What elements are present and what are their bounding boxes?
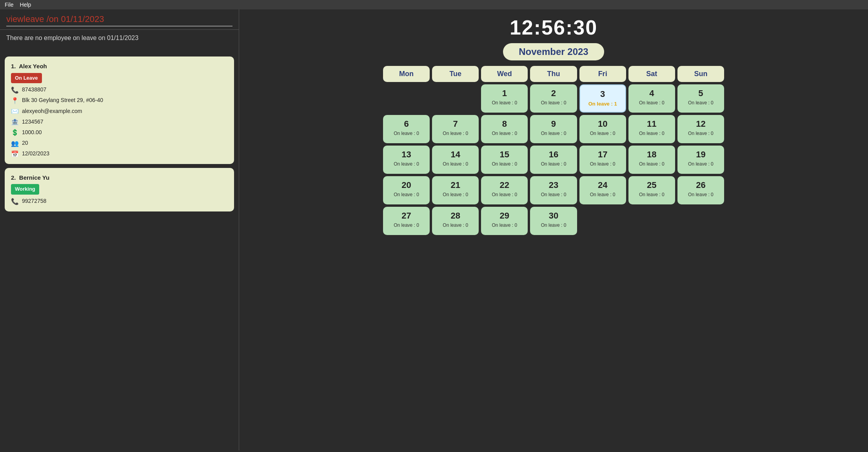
calendar-day-1[interactable]: 1On leave : 0 [481, 84, 528, 113]
on-leave-label: On leave : 0 [443, 131, 468, 136]
day-number: 6 [404, 119, 409, 129]
on-leave-label: On leave : 1 [588, 101, 617, 107]
day-number: 4 [649, 88, 654, 98]
day-number: 9 [551, 119, 556, 129]
phone-icon: 📞 [11, 196, 19, 207]
calendar-day-12[interactable]: 12On leave : 0 [677, 115, 724, 143]
calendar-day-9[interactable]: 9On leave : 0 [530, 115, 577, 143]
command-input[interactable] [6, 14, 232, 26]
day-number: 21 [450, 180, 460, 190]
calendar-day-29[interactable]: 29On leave : 0 [481, 207, 528, 235]
calendar-day-23[interactable]: 23On leave : 0 [530, 176, 577, 204]
calendar-day-20[interactable]: 20On leave : 0 [383, 176, 430, 204]
calendar-day-27[interactable]: 27On leave : 0 [383, 207, 430, 235]
employee-salary: 1000.00 [22, 128, 42, 137]
on-leave-label: On leave : 0 [639, 161, 665, 167]
location-icon: 📍 [11, 95, 19, 106]
on-leave-label: On leave : 0 [394, 161, 419, 167]
email-icon: ✉️ [11, 106, 19, 117]
day-number: 3 [600, 89, 605, 99]
day-number: 30 [549, 211, 558, 221]
on-leave-label: On leave : 0 [688, 192, 714, 197]
on-leave-label: On leave : 0 [688, 131, 714, 136]
employee-email: alexyeoh@example.com [22, 107, 82, 116]
calendar-day-5[interactable]: 5On leave : 0 [677, 84, 724, 113]
on-leave-label: On leave : 0 [639, 100, 665, 106]
calendar-day-16[interactable]: 16On leave : 0 [530, 146, 577, 174]
day-number: 12 [696, 119, 705, 129]
employee-phone: 87438807 [22, 85, 46, 95]
calendar-day-19[interactable]: 19On leave : 0 [677, 146, 724, 174]
calendar-day-6[interactable]: 6On leave : 0 [383, 115, 430, 143]
calendar-day-3[interactable]: 3On leave : 1 [579, 84, 626, 113]
on-leave-label: On leave : 0 [541, 222, 567, 228]
employee-date: 12/02/2023 [22, 149, 49, 159]
employee-card: 1. Alex YeohOn Leave📞87438807📍Blk 30 Gey… [5, 56, 234, 164]
calendar-day-25[interactable]: 25On leave : 0 [628, 176, 675, 204]
on-leave-label: On leave : 0 [541, 131, 567, 136]
day-number: 14 [450, 149, 460, 160]
on-leave-label: On leave : 0 [492, 131, 517, 136]
day-number: 23 [549, 180, 558, 190]
calendar-day-24[interactable]: 24On leave : 0 [579, 176, 626, 204]
employee-id: 1234567 [22, 117, 44, 127]
calendar-day-4[interactable]: 4On leave : 0 [628, 84, 675, 113]
bank-icon: 🏦 [11, 117, 19, 127]
on-leave-label: On leave : 0 [590, 161, 616, 167]
day-number: 7 [453, 119, 458, 129]
employee-name: 2. Bernice Yu [11, 173, 228, 183]
day-header-thu: Thu [530, 66, 577, 82]
employee-address-row: 📍Blk 30 Geylang Street 29, #06-40 [11, 95, 228, 106]
on-leave-label: On leave : 0 [492, 161, 517, 167]
day-number: 1 [502, 88, 507, 98]
on-leave-label: On leave : 0 [688, 100, 714, 106]
on-leave-label: On leave : 0 [443, 192, 468, 197]
day-number: 17 [598, 149, 607, 160]
employee-age-row: 👥20 [11, 138, 228, 149]
day-number: 27 [401, 211, 411, 221]
on-leave-label: On leave : 0 [394, 131, 419, 136]
person-icon: 👥 [11, 138, 19, 149]
calendar-day-26[interactable]: 26On leave : 0 [677, 176, 724, 204]
on-leave-label: On leave : 0 [639, 192, 665, 197]
day-number: 2 [551, 88, 556, 98]
calendar-day-11[interactable]: 11On leave : 0 [628, 115, 675, 143]
right-panel: 12:56:30 November 2023 MonTueWedThuFriSa… [239, 9, 868, 450]
employee-age: 20 [22, 139, 28, 148]
calendar-day-7[interactable]: 7On leave : 0 [432, 115, 479, 143]
day-header-tue: Tue [432, 66, 479, 82]
menu-help[interactable]: Help [20, 2, 31, 8]
day-number: 22 [500, 180, 509, 190]
calendar-day-17[interactable]: 17On leave : 0 [579, 146, 626, 174]
day-number: 20 [401, 180, 411, 190]
calendar-day-8[interactable]: 8On leave : 0 [481, 115, 528, 143]
command-output: There are no employee on leave on 01/11/… [0, 30, 239, 53]
calendar-day-10[interactable]: 10On leave : 0 [579, 115, 626, 143]
on-leave-label: On leave : 0 [443, 161, 468, 167]
calendar-day-28[interactable]: 28On leave : 0 [432, 207, 479, 235]
calendar-day-14[interactable]: 14On leave : 0 [432, 146, 479, 174]
calendar-day-21[interactable]: 21On leave : 0 [432, 176, 479, 204]
day-header-sun: Sun [677, 66, 724, 82]
calendar-day-13[interactable]: 13On leave : 0 [383, 146, 430, 174]
employee-date-row: 📅12/02/2023 [11, 149, 228, 159]
on-leave-label: On leave : 0 [541, 192, 567, 197]
on-leave-label: On leave : 0 [492, 192, 517, 197]
employee-list: 1. Alex YeohOn Leave📞87438807📍Blk 30 Gey… [0, 53, 239, 450]
calendar-day-2[interactable]: 2On leave : 0 [530, 84, 577, 113]
on-leave-label: On leave : 0 [394, 192, 419, 197]
day-number: 15 [500, 149, 509, 160]
calendar-day-15[interactable]: 15On leave : 0 [481, 146, 528, 174]
employee-id-row: 🏦1234567 [11, 117, 228, 127]
menu-file[interactable]: File [5, 2, 14, 8]
calendar-day-30[interactable]: 30On leave : 0 [530, 207, 577, 235]
day-number: 13 [401, 149, 411, 160]
money-icon: 💲 [11, 127, 19, 138]
on-leave-label: On leave : 0 [639, 131, 665, 136]
day-header-sat: Sat [628, 66, 675, 82]
calendar-empty [383, 84, 430, 113]
calendar-day-22[interactable]: 22On leave : 0 [481, 176, 528, 204]
day-number: 24 [598, 180, 607, 190]
day-number: 11 [647, 119, 656, 129]
calendar-day-18[interactable]: 18On leave : 0 [628, 146, 675, 174]
